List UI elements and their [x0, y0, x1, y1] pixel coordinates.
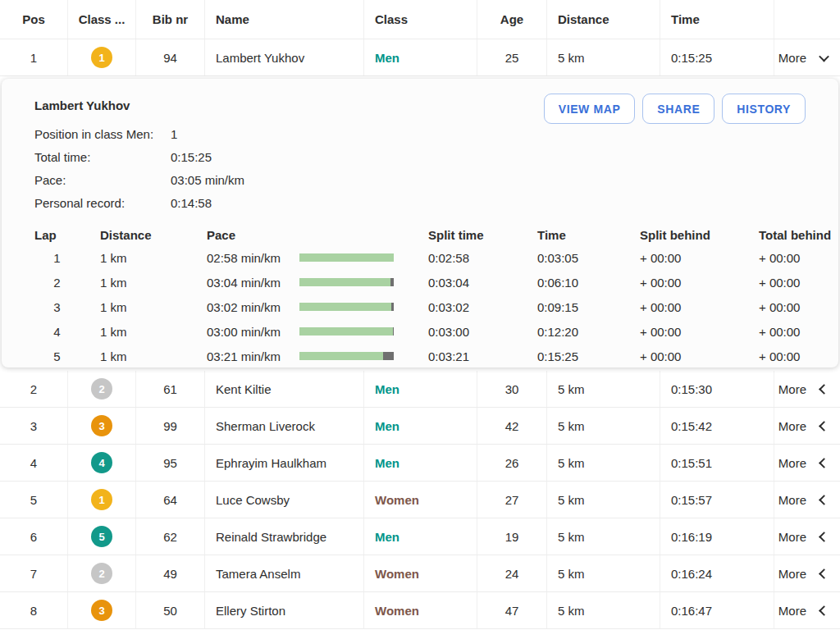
- detail-actions: VIEW MAP SHARE HISTORY: [544, 94, 806, 124]
- time-cell: 0:16:24: [660, 555, 774, 591]
- table-row[interactable]: 1 1 94 Lambert Yukhov Men 25 5 km 0:15:2…: [0, 39, 840, 76]
- table-row[interactable]: 4 4 95 Ephrayim Haulkham Men 26 5 km 0:1…: [0, 445, 840, 482]
- chevron-left-icon[interactable]: [819, 495, 829, 505]
- chevron-left-icon[interactable]: [819, 458, 829, 468]
- lap-split-time: 0:03:04: [412, 276, 521, 290]
- lap-split-time: 0:03:00: [412, 325, 521, 339]
- field-label: Total time:: [34, 150, 171, 164]
- chevron-left-icon[interactable]: [819, 421, 829, 431]
- class-cell: Men: [364, 445, 477, 481]
- more-button[interactable]: More: [778, 493, 806, 507]
- lap-split-behind: + 00:00: [623, 325, 742, 339]
- col-header-class-pos: Class ...: [68, 0, 136, 39]
- name-cell: Sherman Liverock: [205, 408, 364, 444]
- class-position-badge: 2: [91, 378, 112, 399]
- history-button[interactable]: HISTORY: [722, 94, 806, 124]
- bib-cell: 95: [136, 445, 205, 481]
- pos-cell: 2: [0, 371, 68, 407]
- runner-summary-fields: Position in class Men:1 Total time:0:15:…: [34, 122, 838, 214]
- distance-cell: 5 km: [547, 592, 660, 628]
- more-button[interactable]: More: [778, 456, 806, 470]
- age-cell: 30: [477, 371, 547, 407]
- age-cell: 26: [477, 445, 547, 481]
- class-position-badge: 5: [91, 526, 112, 547]
- lap-distance: 1 km: [80, 276, 190, 290]
- pace-bar: [299, 303, 394, 311]
- col-header-distance: Distance: [547, 0, 660, 39]
- lap-cumulative-time: 0:15:25: [521, 349, 623, 363]
- lap-distance: 1 km: [80, 325, 190, 339]
- chevron-down-icon[interactable]: [819, 51, 829, 62]
- more-button[interactable]: More: [778, 604, 806, 618]
- time-cell: 0:16:19: [660, 518, 774, 555]
- lap-table: Lap Distance Pace Split time Time Split …: [2, 224, 838, 368]
- more-button[interactable]: More: [778, 567, 806, 581]
- more-button[interactable]: More: [778, 419, 806, 433]
- chevron-left-icon[interactable]: [819, 384, 829, 395]
- pos-cell: 6: [0, 518, 68, 555]
- pos-cell: 1: [0, 39, 68, 75]
- table-row[interactable]: 3 3 99 Sherman Liverock Men 42 5 km 0:15…: [0, 408, 840, 445]
- age-cell: 25: [477, 39, 547, 75]
- distance-cell: 5 km: [547, 371, 660, 407]
- bib-cell: 61: [136, 371, 205, 407]
- distance-cell: 5 km: [547, 555, 660, 591]
- table-row[interactable]: 7 2 49 Tamera Anselm Women 24 5 km 0:16:…: [0, 555, 840, 592]
- lap-col-header: Lap: [34, 228, 57, 242]
- lap-row: 5 1 km 03:21 min/km 0:03:21 0:15:25 + 00…: [2, 344, 838, 368]
- chevron-left-icon[interactable]: [819, 532, 829, 542]
- table-row[interactable]: 2 2 61 Kent Kiltie Men 30 5 km 0:15:30 M…: [0, 371, 840, 408]
- more-button[interactable]: More: [778, 530, 806, 544]
- lap-table-header: Lap Distance Pace Split time Time Split …: [2, 224, 838, 245]
- view-map-button[interactable]: VIEW MAP: [544, 94, 636, 124]
- col-header-more: [774, 0, 840, 39]
- field-value: 1: [171, 127, 838, 141]
- class-position-badge: 3: [91, 415, 112, 436]
- table-row[interactable]: 6 5 62 Reinald Strawbridge Men 19 5 km 0…: [0, 518, 840, 555]
- lap-distance: 1 km: [80, 300, 190, 314]
- distance-cell: 5 km: [547, 518, 660, 555]
- class-cell: Women: [364, 482, 477, 518]
- name-cell: Ellery Stirton: [205, 592, 364, 628]
- lap-number: 3: [53, 300, 60, 314]
- lap-total-behind: + 00:00: [742, 251, 838, 265]
- bib-cell: 99: [136, 408, 205, 444]
- lap-pace: 03:02 min/km: [207, 300, 293, 314]
- age-cell: 19: [477, 518, 547, 555]
- table-row[interactable]: 8 3 50 Ellery Stirton Women 47 5 km 0:16…: [0, 592, 840, 629]
- class-position-badge: 1: [91, 47, 112, 68]
- lap-total-behind: + 00:00: [742, 300, 838, 314]
- share-button[interactable]: SHARE: [642, 94, 714, 124]
- lap-total-behind: + 00:00: [742, 276, 838, 290]
- age-cell: 42: [477, 408, 547, 444]
- col-header-class: Class: [364, 0, 477, 39]
- field-value: 03:05 min/km: [171, 173, 838, 187]
- lap-split-time: 0:02:58: [412, 251, 521, 265]
- distance-cell: 5 km: [547, 482, 660, 518]
- field-label: Personal record:: [34, 196, 171, 210]
- age-cell: 47: [477, 592, 547, 628]
- pace-bar: [299, 327, 394, 336]
- lap-split-behind: + 00:00: [623, 349, 742, 363]
- chevron-left-icon[interactable]: [819, 568, 829, 579]
- pace-bar: [299, 278, 394, 286]
- field-value: 0:15:25: [171, 150, 838, 164]
- name-cell: Reinald Strawbridge: [205, 518, 364, 555]
- lap-col-header: Split time: [412, 228, 521, 242]
- distance-cell: 5 km: [547, 39, 660, 75]
- class-cell: Men: [364, 518, 477, 555]
- chevron-left-icon[interactable]: [819, 605, 829, 616]
- more-button[interactable]: More: [778, 382, 806, 396]
- more-button[interactable]: More: [778, 51, 806, 65]
- results-table-header: Pos Class ... Bib nr Name Class Age Dist…: [0, 0, 840, 39]
- col-header-time: Time: [660, 0, 774, 39]
- table-row[interactable]: 5 1 64 Luce Cowsby Women 27 5 km 0:15:57…: [0, 482, 840, 518]
- col-header-pos: Pos: [0, 0, 68, 39]
- pos-cell: 5: [0, 482, 68, 518]
- col-header-name: Name: [205, 0, 364, 39]
- distance-cell: 5 km: [547, 408, 660, 444]
- lap-col-header: Time: [521, 228, 623, 242]
- distance-cell: 5 km: [547, 445, 660, 481]
- time-cell: 0:15:30: [660, 371, 774, 407]
- lap-row: 3 1 km 03:02 min/km 0:03:02 0:09:15 + 00…: [2, 294, 838, 319]
